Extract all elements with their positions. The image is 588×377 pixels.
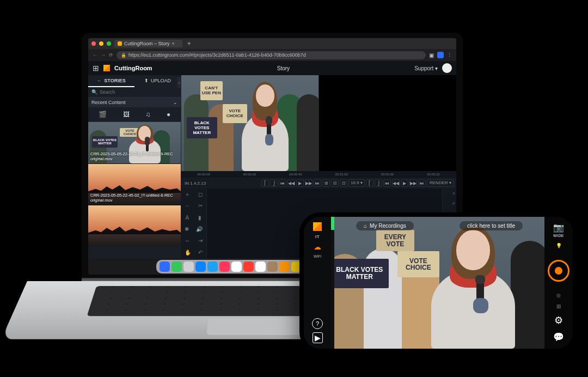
tool-marker-icon[interactable]: ▮ (198, 215, 201, 221)
nav-reload-icon[interactable]: ⟳ (109, 52, 113, 58)
clip-filename: CRR-2023-05-05-22-45-33_IT-untitled-9-RE… (90, 151, 173, 161)
tool-hand-icon[interactable]: ✋ (185, 250, 191, 256)
zoom-out-icon[interactable]: － (185, 202, 190, 210)
home-icon: ⌂ (364, 223, 367, 229)
aspect-ratio-dropdown[interactable]: 16:9 ▾ (348, 179, 365, 187)
set-title-button[interactable]: click here to set title (460, 221, 523, 230)
tab-close-icon[interactable]: × (172, 41, 175, 46)
tool-undo-icon[interactable]: ↶ (198, 250, 203, 256)
skip-back-2-icon[interactable]: ⏮ (383, 179, 391, 187)
content-type-filters: 🎬 🖼 ♫ ● (88, 107, 181, 122)
chevron-down-icon: ⌄ (173, 100, 177, 105)
mark-in-2-icon[interactable]: ⎡ (366, 179, 373, 187)
traffic-close-icon[interactable] (91, 41, 96, 46)
record-button[interactable] (548, 260, 569, 282)
mark-out-2-icon[interactable]: ⎦ (375, 179, 382, 187)
traffic-min-icon[interactable] (99, 41, 103, 46)
skip-back-icon[interactable]: ⏮ (279, 179, 286, 187)
mark-in-icon[interactable]: ⎡ (261, 179, 269, 187)
help-icon[interactable]: ? (312, 318, 323, 329)
dock-app-icon[interactable] (231, 262, 242, 272)
tool-slip-icon[interactable]: ↔ (185, 238, 190, 244)
play-2-icon[interactable]: ▶ (401, 179, 408, 187)
dock-app-icon[interactable] (195, 262, 206, 272)
skip-fwd-icon[interactable]: ⏭ (314, 179, 321, 187)
skip-fwd-2-icon[interactable]: ⏭ (418, 179, 426, 187)
step-fwd-icon[interactable]: ▶▶ (305, 179, 313, 187)
in-timecode-field[interactable]: IN 1.4.2.13 (183, 181, 207, 186)
settings-sliders-icon[interactable]: ⚙ (554, 314, 563, 326)
program-viewer[interactable] (318, 75, 456, 171)
my-recordings-button[interactable]: ⌂ My Recordings (356, 221, 414, 230)
phone-screen: IT ☁ WiFi ? ▶ EVERY VOTE BLACK VOTES MAT… (304, 217, 573, 349)
dock-app-icon[interactable] (279, 262, 290, 272)
chat-icon[interactable]: 💬 (553, 332, 564, 342)
step-back-2-icon[interactable]: ◀◀ (392, 179, 400, 187)
tab-title: CuttingRoom – Story (124, 41, 170, 46)
search-input[interactable] (100, 89, 177, 95)
collapse-sidebar-button[interactable]: ‹ (177, 77, 181, 88)
tool-blade-icon[interactable]: ✂ (198, 203, 203, 209)
app-grid-icon[interactable]: ⊞ (93, 64, 99, 72)
profile-icon[interactable] (437, 52, 444, 58)
insert-icon[interactable]: ⊞ (322, 179, 330, 187)
camera-viewfinder[interactable]: EVERY VOTE BLACK VOTES MATTER VOTE CHOIC… (334, 217, 544, 349)
cloud-icon[interactable]: ☁ (314, 242, 321, 251)
overwrite-icon[interactable]: ⊟ (331, 179, 339, 187)
dock-app-icon[interactable] (183, 262, 194, 272)
tool-text-icon[interactable]: A (186, 215, 189, 221)
nav-back-icon[interactable]: ← (93, 52, 97, 58)
filter-mic-icon[interactable]: ● (167, 111, 170, 118)
playback-icon[interactable]: ▶ (313, 332, 323, 343)
filter-video-icon[interactable]: 🎬 (99, 111, 107, 118)
render-button[interactable]: RENDER ▾ (427, 179, 454, 187)
arrow-left-icon: ← (97, 78, 102, 83)
browser-tab[interactable]: CuttingRoom – Story × (114, 40, 182, 47)
step-fwd-2-icon[interactable]: ▶▶ (409, 179, 417, 187)
tool-vol-icon[interactable]: 🔊 (196, 226, 203, 232)
light-icon[interactable]: 💡 (556, 243, 562, 248)
recent-content-dropdown[interactable]: Recent Content ⌄ (88, 98, 181, 107)
tool-walk-icon[interactable]: ✱ (185, 226, 189, 232)
browser-menu-icon[interactable]: ⋮ (447, 52, 452, 58)
dock-app-icon[interactable] (219, 262, 230, 272)
dock-app-icon[interactable] (267, 262, 278, 272)
tab-add-button[interactable]: + (186, 40, 193, 47)
app-name: CuttingRoom (114, 65, 152, 71)
clip-item[interactable]: CRR-2023-05-05-22-45-02_IT-untitled-8-RE… (88, 163, 181, 205)
tool-trim-icon[interactable]: ⇥ (198, 238, 203, 244)
tab-favicon-icon (118, 41, 122, 46)
dock-app-icon[interactable] (207, 262, 218, 272)
camera-flip-button[interactable]: 📷 WIDE (553, 222, 564, 238)
source-viewer[interactable]: ‹ CAN'T USE PEN VOTE CHOICE BLACK VOTES … (181, 75, 318, 171)
timeline-tools: ＋◻ －✂ A▮ ✱🔊 ↔⇥ ✋↶ (181, 188, 207, 258)
lock-icon: 🔒 (121, 53, 126, 58)
sidebar-tab-upload[interactable]: ⬆ UPLOAD (134, 75, 181, 87)
nav-fwd-icon[interactable]: → (101, 52, 106, 58)
dock-app-icon[interactable] (171, 262, 182, 272)
avatar[interactable] (442, 63, 452, 73)
dock-app-icon[interactable] (160, 262, 170, 272)
sidebar-tab-stories[interactable]: ← STORIES (88, 75, 134, 87)
zoom-in-icon[interactable]: ＋ (185, 191, 190, 198)
step-back-icon[interactable]: ◀◀ (287, 179, 295, 187)
filter-image-icon[interactable]: 🖼 (123, 111, 130, 118)
dock-app-icon[interactable] (255, 262, 266, 272)
tool-select-icon[interactable]: ◻ (198, 191, 203, 197)
traffic-max-icon[interactable] (107, 41, 111, 46)
clip-filename: CRR-2023-05-05-22-45-02_IT-untitled-8-RE… (90, 193, 173, 203)
clip-item[interactable]: BLACK VOTES MATTER VOTE CHOICE CRR-2023-… (88, 122, 181, 163)
support-button[interactable]: Support ▾ (414, 65, 438, 71)
play-icon[interactable]: ▶ (296, 179, 304, 187)
clip-item[interactable] (88, 205, 181, 246)
dock-app-icon[interactable] (243, 262, 254, 272)
app-header: ⊞ CuttingRoom Story Support ▾ (88, 61, 456, 75)
url-field[interactable]: 🔒 https://eu1.cuttingroom.com/#/projects… (117, 51, 426, 59)
filter-audio-icon[interactable]: ♫ (145, 111, 150, 118)
phone-right-toolbar: 📷 WIDE 💡 ◎ ▥ ⚙ 💬 (544, 217, 573, 349)
mark-out-icon[interactable]: ⎦ (270, 179, 278, 187)
extensions-icon[interactable]: ▣ (429, 52, 434, 58)
append-icon[interactable]: ⊡ (340, 179, 347, 187)
page-title: Story (157, 65, 411, 71)
chevron-down-icon: ▾ (360, 180, 363, 185)
